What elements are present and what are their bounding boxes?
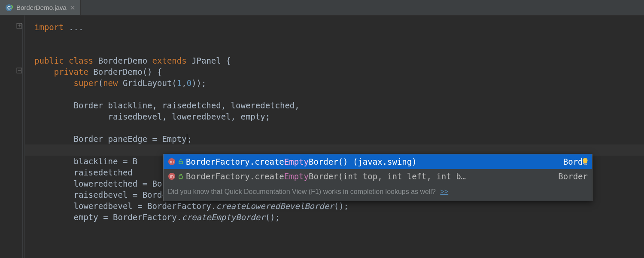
editor-tab[interactable]: C BorderDemo.java [0,0,81,15]
code-token: Border paneEdge = Empty [74,134,187,144]
code-editor[interactable]: import ... public class BorderDemo exten… [0,15,644,258]
svg-text:C: C [7,5,11,10]
code-token: raisedbevel, loweredbevel, empty; [74,112,270,121]
svg-text:m: m [170,159,173,164]
code-token: , [182,78,186,88]
completion-text: BorderFactory.createEmptyBorder(int top,… [186,170,466,183]
hint-link[interactable]: >> [440,188,448,195]
svg-rect-6 [179,161,182,164]
lock-open-icon [178,158,183,166]
method-icon: m [168,172,176,180]
code-token: class [69,56,93,65]
close-icon[interactable] [70,5,75,10]
ide-window: C BorderDemo.java import ... public clas… [0,0,644,258]
code-token: raisedetched [74,168,138,177]
code-token: ; [187,134,192,144]
code-token: JPanel { [187,56,231,65]
svg-rect-9 [179,176,182,178]
svg-text:m: m [170,174,173,179]
code-token: createEmptyBorder [182,212,265,222]
completion-text: BorderFactory.createEmptyBorder() (javax… [186,155,417,168]
code-token: 0 [187,78,191,88]
svg-rect-10 [584,163,586,165]
lock-open-icon [178,172,183,180]
fold-guide [22,24,23,258]
completion-item[interactable]: m BorderFactory.createEmptyBorder(int to… [164,169,592,184]
code-token: import [34,22,64,32]
code-token: createLoweredBevelBorder [216,201,334,211]
completion-hint: Did you know that Quick Documentation Vi… [164,184,592,201]
fold-expanded-icon[interactable] [16,68,22,74]
lightbulb-icon[interactable] [581,157,589,166]
code-token: 1 [177,78,182,88]
fold-collapsed-icon[interactable] [16,23,22,29]
gutter [0,15,25,258]
tab-filename: BorderDemo.java [16,4,67,11]
hint-text: Did you know that Quick Documentation Vi… [168,188,436,195]
code-token: GridLayout( [118,78,177,88]
code-token: empty = BorderFactory. [74,212,182,222]
completion-popup[interactable]: m BorderFactory.createEmptyBorder() (jav… [163,154,592,201]
code-token: )); [191,78,206,88]
code-token: BorderDemo [93,56,152,65]
editor-tabs: C BorderDemo.java [0,0,644,15]
java-class-icon: C [5,4,13,12]
code-token: BorderDemo() { [88,67,162,77]
code-token: loweredbevel = BorderFactory. [74,201,216,211]
completion-item[interactable]: m BorderFactory.createEmptyBorder() (jav… [164,154,592,169]
method-icon: m [168,158,176,166]
code-token: private [54,67,88,77]
code-token: ... [64,22,84,32]
code-token: extends [152,56,187,65]
code-token: public [34,56,64,65]
code-token: (); [334,201,349,211]
code-token: blackline = B [74,157,138,166]
code-token: (); [265,212,280,222]
code-token: new [103,78,118,88]
code-token: super [74,78,98,88]
completion-return-type: Border [548,170,588,183]
code-token: Border blackline, raisedetched, lowerede… [74,101,300,110]
